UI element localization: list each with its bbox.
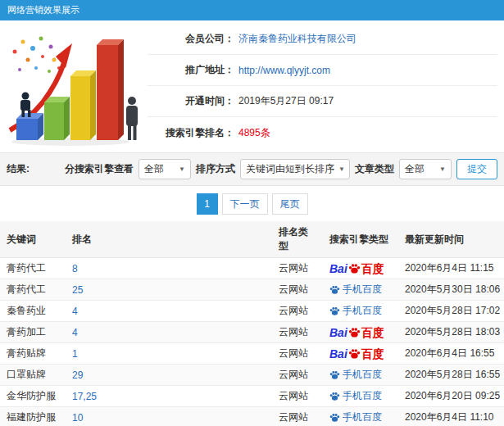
mobile-baidu-text: 手机百度 [343,410,382,424]
engine-cell: Bai百度 [323,343,398,365]
rank-type-cell: 云网站 [272,258,323,279]
rank-type-cell: 云网站 [272,301,323,322]
confetti-dots [13,37,61,74]
info-row: 搜索引擎排名：4895条 [148,117,497,148]
mobile-baidu-label: 手机百度 [329,304,382,318]
info-field-value[interactable]: http://www.qlyyjt.com [238,65,330,76]
keyword-cell: 膏药加工 [0,322,66,343]
baidu-paw-icon [348,262,361,274]
info-section: 会员公司：济南秦鲁药业科技有限公司推广地址：http://www.qlyyjt.… [0,20,504,148]
filter-controls: 分搜索引擎查看 全部 ▼ 排序方式 关键词由短到长排序 ▼ 文章类型 全部 ▼ … [65,159,497,179]
mobile-baidu-label: 手机百度 [329,410,382,424]
page: 网络营销效果展示 [0,0,504,426]
updated-cell: 2020年6月4日 11:10 [398,407,504,426]
table-row: 膏药加工4云网站Bai百度2020年5月28日 18:03 [0,322,504,343]
table-row: 秦鲁药业4云网站手机百度2020年5月28日 17:02 [0,301,504,322]
baidu-paw-icon [329,369,340,380]
baidu-logo: Bai百度 [329,347,384,360]
engine-cell: Bai百度 [323,258,398,279]
engine-cell: 手机百度 [323,301,398,322]
chevron-down-icon: ▼ [338,165,345,173]
page-number-current[interactable]: 1 [197,193,218,215]
rank-cell: 1 [66,343,272,365]
rank-link[interactable]: 17,25 [72,391,97,402]
page-title: 网络营销效果展示 [0,0,504,20]
updated-cell: 2020年5月28日 18:03 [398,322,504,343]
table-row: 膏药贴牌1云网站Bai百度2020年6月4日 16:55 [0,343,504,365]
engine-cell: 手机百度 [323,365,398,386]
updated-cell: 2020年5月28日 17:02 [398,301,504,322]
businessman-right [126,97,138,140]
engine-cell: 手机百度 [323,407,398,426]
info-row: 会员公司：济南秦鲁药业科技有限公司 [148,24,497,55]
keyword-cell: 膏药代工 [0,279,66,301]
rank-type-cell: 云网站 [272,279,323,301]
updated-cell: 2020年5月28日 16:55 [398,365,504,386]
mobile-baidu-label: 手机百度 [329,283,382,297]
mobile-baidu-text: 手机百度 [343,304,382,318]
table-row: 膏药代工25云网站手机百度2020年5月30日 18:06 [0,279,504,301]
filter-bar: 结果: 分搜索引擎查看 全部 ▼ 排序方式 关键词由短到长排序 ▼ 文章类型 全… [0,152,504,186]
rank-cell: 29 [66,365,272,386]
rank-link[interactable]: 25 [72,284,83,296]
baidu-logo-cn: 百度 [361,327,384,338]
engine-select[interactable]: 全部 ▼ [138,159,191,179]
column-header: 最新更新时间 [398,221,504,258]
mobile-baidu-text: 手机百度 [343,389,382,403]
last-page-button[interactable]: 尾页 [272,193,308,215]
baidu-paw-icon [329,306,340,316]
article-type-label: 文章类型 [355,162,394,176]
rank-link[interactable]: 10 [72,412,83,424]
keyword-cell: 口罩贴牌 [0,365,66,386]
rank-link[interactable]: 8 [72,263,78,274]
rank-cell: 4 [66,322,272,343]
rank-link[interactable]: 29 [72,369,83,381]
results-table: 关键词排名排名类型搜索引擎类型最新更新时间 膏药代工8云网站Bai百度2020年… [0,221,504,426]
keyword-cell: 金华防护服 [0,386,66,407]
info-row: 开通时间：2019年5月27日 09:17 [148,86,497,117]
rank-link[interactable]: 4 [72,327,78,338]
engine-cell: Bai百度 [323,322,398,343]
sort-select[interactable]: 关键词由短到长排序 ▼ [240,159,350,179]
chevron-down-icon: ▼ [179,165,185,173]
updated-cell: 2020年5月30日 18:06 [398,279,504,301]
table-row: 金华防护服17,25云网站手机百度2020年6月20日 09:25 [0,386,504,407]
rank-cell: 25 [66,279,272,301]
info-field-value: 4895条 [238,126,270,140]
article-type-select[interactable]: 全部 ▼ [399,159,452,179]
result-label: 结果: [7,162,30,176]
info-field-value: 2019年5月27日 09:17 [238,94,334,108]
mobile-baidu-label: 手机百度 [329,368,382,382]
info-field-label: 开通时间： [148,94,234,108]
keyword-cell: 膏药贴牌 [0,343,66,365]
info-row: 推广地址：http://www.qlyyjt.com [148,55,497,86]
baidu-paw-icon [348,326,361,338]
mobile-baidu-text: 手机百度 [343,283,382,297]
updated-cell: 2020年6月20日 09:25 [398,386,504,407]
chevron-down-icon: ▼ [439,165,446,173]
engine-cell: 手机百度 [323,386,398,407]
mobile-baidu-label: 手机百度 [329,389,382,403]
rank-type-cell: 云网站 [272,322,323,343]
column-header: 搜索引擎类型 [323,221,398,258]
info-field-label: 搜索引擎排名： [148,126,234,140]
submit-button[interactable]: 提交 [456,159,497,179]
updated-cell: 2020年6月4日 16:55 [398,343,504,365]
rank-cell: 8 [66,258,272,279]
keyword-cell: 膏药代工 [0,258,66,279]
rank-link[interactable]: 4 [72,306,78,317]
engine-cell: 手机百度 [323,279,398,301]
info-field-label: 推广地址： [148,63,234,77]
info-field-value[interactable]: 济南秦鲁药业科技有限公司 [238,32,356,46]
baidu-paw-icon [329,412,340,423]
next-page-button[interactable]: 下一页 [222,193,268,215]
baidu-paw-icon [329,391,340,401]
info-fields: 会员公司：济南秦鲁药业科技有限公司推广地址：http://www.qlyyjt.… [148,24,497,148]
rank-link[interactable]: 1 [72,348,78,360]
bars [16,39,124,140]
rank-type-cell: 云网站 [272,407,323,426]
table-row: 福建防护服10云网站手机百度2020年6月4日 11:10 [0,407,504,426]
baidu-paw-icon [348,347,361,360]
table-row: 口罩贴牌29云网站手机百度2020年5月28日 16:55 [0,365,504,386]
baidu-logo-latin: Bai [329,263,347,274]
